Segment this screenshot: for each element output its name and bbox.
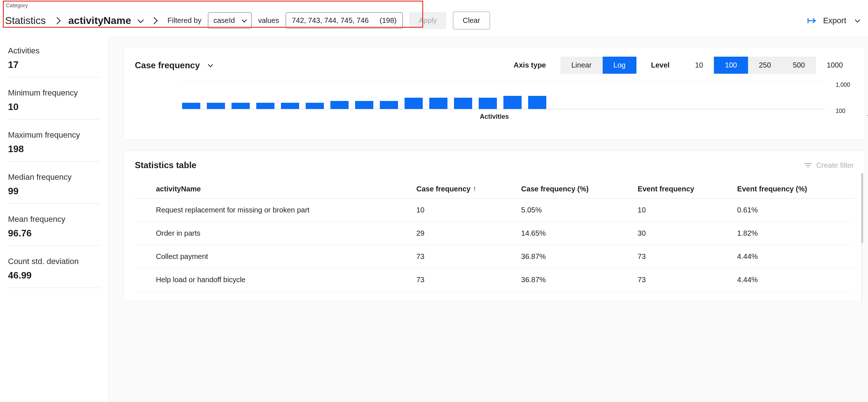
table-body: Request replacement for missing or broke…: [135, 199, 854, 292]
table-cell: Request replacement for missing or broke…: [135, 199, 413, 222]
values-label: values: [258, 16, 279, 25]
table-cell: 30: [634, 222, 734, 245]
chart-bar[interactable]: [454, 98, 472, 109]
chart-card: Case frequency Axis type LinearLog Level…: [124, 47, 865, 139]
sort-arrow-up-icon: ↑: [473, 184, 476, 193]
table-cell: 10: [413, 199, 517, 222]
sidebar-stat: Activities 17: [8, 46, 100, 77]
stat-label: Median frequency: [8, 172, 100, 182]
table-header[interactable]: Event frequency (%): [734, 179, 854, 199]
chart-bar[interactable]: [207, 103, 225, 109]
level-option-100[interactable]: 100: [714, 57, 748, 74]
table-cell: Order in parts: [135, 222, 413, 245]
breadcrumb: Statistics activityName: [5, 15, 158, 27]
table-cell: Help load or handoff bicycle: [135, 268, 413, 292]
level-segment: 101002505001000: [684, 57, 854, 74]
axis-option-log[interactable]: Log: [603, 57, 636, 74]
toolbar: Category Statistics activityName Filtere…: [0, 0, 868, 36]
table-cell: 73: [413, 245, 517, 268]
export-button[interactable]: Export: [807, 16, 859, 25]
apply-button[interactable]: Apply: [409, 12, 446, 29]
chart-bar[interactable]: [528, 96, 546, 109]
export-icon: [807, 17, 816, 24]
stat-label: Count std. deviation: [8, 257, 100, 266]
table-header-row: activityNameCase frequency↑Case frequenc…: [135, 179, 854, 199]
create-filter-button[interactable]: Create filter: [804, 161, 854, 170]
chevron-down-icon: [208, 62, 213, 67]
chart-area: Activities 1,000 100 e frequency: [135, 83, 854, 130]
table-header[interactable]: Case frequency↑: [413, 179, 517, 199]
chevron-down-icon: [855, 17, 860, 23]
filter-icon: [804, 162, 812, 168]
table-cell: 4.44%: [734, 245, 854, 268]
stat-value: 46.99: [8, 270, 100, 288]
table-cell: 0.61%: [734, 199, 854, 222]
level-option-10[interactable]: 10: [684, 57, 714, 74]
stats-table: activityNameCase frequency↑Case frequenc…: [135, 179, 854, 292]
table-row[interactable]: Collect payment7336.87%734.44%: [135, 245, 854, 268]
chart-bar[interactable]: [330, 101, 349, 109]
table-header[interactable]: activityName: [135, 179, 413, 199]
table-cell: 36.87%: [518, 268, 634, 292]
stat-value: 99: [8, 186, 100, 204]
chart-bar[interactable]: [306, 103, 324, 109]
level-option-250[interactable]: 250: [748, 57, 782, 74]
breadcrumb-root[interactable]: Statistics: [5, 15, 46, 27]
level-option-500[interactable]: 500: [782, 57, 816, 74]
chevron-down-icon[interactable]: [137, 17, 144, 23]
chevron-right-icon: [53, 17, 61, 24]
sidebar-stat: Mean frequency 96.76: [8, 215, 100, 246]
filter-values-count: (198): [379, 16, 397, 25]
chart-title-dropdown[interactable]: Case frequency: [135, 60, 212, 70]
stat-label: Maximum frequency: [8, 130, 100, 140]
chart-bar[interactable]: [503, 96, 522, 109]
export-label: Export: [823, 16, 846, 25]
chevron-down-icon: [242, 17, 247, 23]
stat-value: 10: [8, 101, 100, 119]
filter-values-text: 742, 743, 744, 745, 746: [292, 16, 369, 25]
sidebar: Activities 17Minimum frequency 10Maximum…: [0, 36, 109, 402]
table-cell: 4.44%: [734, 268, 854, 292]
breadcrumb-current[interactable]: activityName: [68, 15, 131, 27]
table-row[interactable]: Order in parts2914.65%301.82%: [135, 222, 854, 245]
chart-bar[interactable]: [182, 103, 200, 109]
table-header[interactable]: Case frequency (%): [518, 179, 634, 199]
table-title: Statistics table: [135, 160, 196, 170]
chart-bar[interactable]: [355, 101, 373, 109]
axis-option-linear[interactable]: Linear: [560, 57, 603, 74]
scrollbar-thumb[interactable]: [861, 173, 863, 243]
chevron-right-icon: [150, 17, 158, 24]
category-label: Category: [6, 2, 28, 8]
sidebar-stat: Median frequency 99: [8, 172, 100, 204]
table-scrollbar[interactable]: [861, 173, 863, 300]
table-row[interactable]: Help load or handoff bicycle7336.87%734.…: [135, 268, 854, 292]
stat-label: Activities: [8, 46, 100, 56]
chart-y-ticks: 1,000 100: [836, 82, 850, 114]
table-cell: 10: [634, 199, 734, 222]
table-cell: 73: [634, 268, 734, 292]
clear-button[interactable]: Clear: [453, 12, 490, 29]
table-row[interactable]: Request replacement for missing or broke…: [135, 199, 854, 222]
chart-bar[interactable]: [380, 101, 398, 109]
axis-type-label: Axis type: [514, 61, 546, 69]
chart-bar[interactable]: [232, 103, 250, 109]
filter-group: Filtered by caseId values 742, 743, 744,…: [168, 12, 490, 29]
table-cell: 36.87%: [518, 245, 634, 268]
chart-bar[interactable]: [405, 98, 423, 109]
stat-label: Mean frequency: [8, 215, 100, 224]
y-tick: 100: [836, 108, 850, 114]
create-filter-label: Create filter: [816, 161, 854, 170]
chart-bars: [182, 83, 825, 109]
level-option-1000[interactable]: 1000: [816, 57, 854, 74]
chart-bar[interactable]: [256, 103, 274, 109]
table-cell: 73: [413, 268, 517, 292]
table-card: Statistics table Create filter activityN…: [124, 150, 865, 301]
chart-bar[interactable]: [281, 103, 299, 109]
sidebar-stat: Count std. deviation 46.99: [8, 257, 100, 288]
table-header[interactable]: Event frequency: [634, 179, 734, 199]
table-cell: 5.05%: [518, 199, 634, 222]
filter-values-input[interactable]: 742, 743, 744, 745, 746 (198): [286, 12, 403, 29]
filter-column-select[interactable]: caseId: [208, 12, 252, 29]
chart-bar[interactable]: [479, 98, 497, 109]
chart-bar[interactable]: [429, 98, 447, 109]
